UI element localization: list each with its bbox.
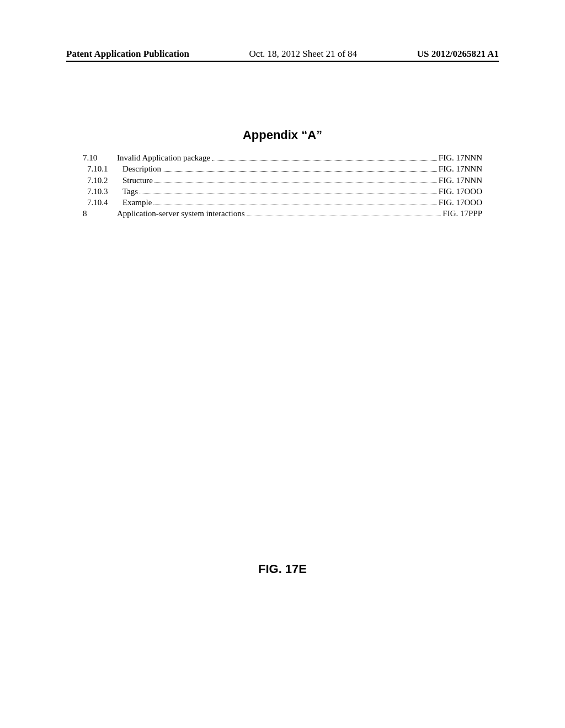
toc-figure-ref: FIG. 17NNN (439, 152, 482, 163)
appendix-title: Appendix “A” (66, 128, 499, 142)
toc-row: 8 Application-server system interactions… (83, 208, 482, 219)
toc-row: 7.10.3 Tags FIG. 17OOO (83, 186, 482, 197)
toc-leader-dots (163, 171, 437, 172)
toc-figure-ref: FIG. 17OOO (439, 186, 482, 197)
toc-leader-dots (140, 194, 437, 194)
toc-row: 7.10 Invalid Application package FIG. 17… (83, 152, 482, 163)
page-container: Patent Application Publication Oct. 18, … (0, 0, 565, 220)
toc-leader-dots (153, 205, 437, 205)
toc-figure-ref: FIG. 17NNN (439, 163, 482, 174)
toc-row: 7.10.4 Example FIG. 17OOO (83, 197, 482, 208)
toc-leader-dots (247, 216, 441, 216)
header-publication-number: US 2012/0265821 A1 (417, 49, 499, 60)
toc-number: 7.10.1 (83, 163, 122, 174)
toc-number: 8 (83, 208, 117, 219)
toc-leader-dots (154, 183, 437, 183)
header-date-sheet: Oct. 18, 2012 Sheet 21 of 84 (249, 49, 357, 60)
toc-number: 7.10.2 (83, 175, 122, 186)
toc-label: Example (122, 197, 152, 208)
toc-leader-dots (212, 160, 437, 160)
toc-number: 7.10 (83, 152, 117, 163)
figure-label: FIG. 17E (0, 562, 565, 576)
toc-figure-ref: FIG. 17NNN (439, 175, 482, 186)
toc-label: Description (122, 163, 161, 174)
table-of-contents: 7.10 Invalid Application package FIG. 17… (66, 152, 499, 220)
toc-label: Invalid Application package (117, 152, 210, 163)
toc-figure-ref: FIG. 17OOO (439, 197, 482, 208)
toc-row: 7.10.2 Structure FIG. 17NNN (83, 175, 482, 186)
toc-number: 7.10.3 (83, 186, 122, 197)
toc-label: Application-server system interactions (117, 208, 245, 219)
toc-row: 7.10.1 Description FIG. 17NNN (83, 163, 482, 174)
toc-figure-ref: FIG. 17PPP (443, 208, 482, 219)
page-header: Patent Application Publication Oct. 18, … (66, 49, 499, 62)
toc-label: Tags (122, 186, 138, 197)
toc-number: 7.10.4 (83, 197, 122, 208)
header-publication-type: Patent Application Publication (66, 49, 189, 60)
toc-label: Structure (122, 175, 153, 186)
